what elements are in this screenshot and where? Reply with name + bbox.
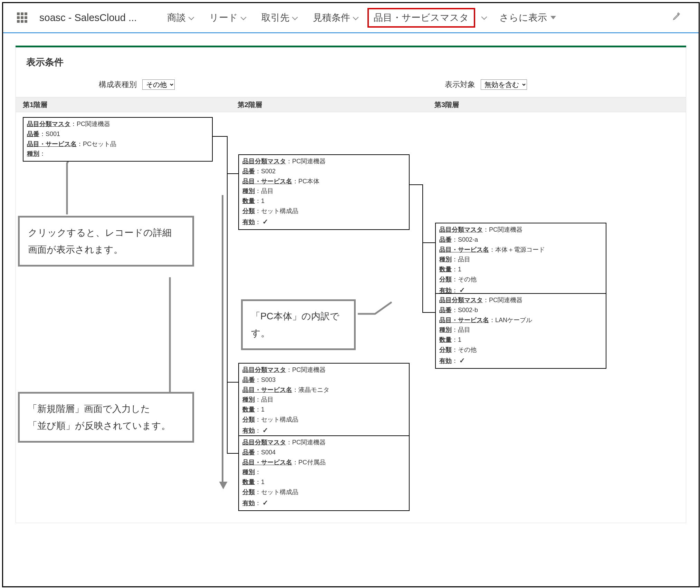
card-field-label: 品目分類マスタ [439,297,483,303]
filter-type-label: 構成表種別 [99,79,137,90]
card-field-label: 有効 [242,500,255,507]
card-field-label: 分類 [439,276,452,283]
card-field-value: PC関連機器 [292,158,326,165]
card-field-value: S004 [261,449,276,456]
card-field-value: PC関連機器 [292,366,326,373]
card-field-value: 品目 [458,326,470,333]
chevron-down-icon [241,11,246,25]
card-field-label: 数量 [439,336,452,343]
callout-breakdown: 「PC本体」の内訳です。 [241,299,356,350]
card-field-label: 分類 [439,346,452,353]
card-field-label: 品番 [242,449,255,456]
chevron-down-icon[interactable] [482,12,486,23]
card-field-value: PC関連機器 [489,297,522,303]
card-field-label: 品番 [27,131,39,137]
app-name: soasc - SalesCloud ... [39,10,137,26]
card-field-label: 分類 [242,489,255,495]
card-field-value: 1 [261,197,265,204]
card-field-value: 液晶モニタ [298,386,329,393]
card-field-label: 有効 [242,219,255,225]
card-field-label: 有効 [439,357,452,364]
check-icon [458,287,465,294]
card-field-label: 品番 [242,376,255,383]
hierarchy-card[interactable]: 品目分類マスタ：PC関連機器 品番：S002-a 品目・サービス名：本体＋電源コ… [435,223,606,298]
card-field-value: PCセット品 [83,141,116,147]
card-field-value: その他 [458,276,477,283]
card-field-value: PC本体 [298,178,319,185]
tree-area: 品目分類マスタ：PC関連機器 品番：S001 品目・サービス名：PCセット品 種… [16,112,686,502]
nav-item-lead[interactable]: リード [203,9,252,27]
card-field-value: セット構成品 [261,489,298,495]
card-field-label: 種別 [439,256,452,263]
check-icon [261,219,268,225]
card-field-value: 品目 [261,396,274,403]
card-field-label: 分類 [242,416,255,423]
card-field-label: 品目・サービス名 [242,459,292,466]
nav-item-opportunity[interactable]: 商談 [161,9,200,27]
card-field-label: 数量 [439,266,452,273]
card-field-label: 品目分類マスタ [439,226,483,233]
hierarchy-card[interactable]: 品目分類マスタ：PC関連機器 品番：S004 品目・サービス名：PC付属品 種別… [238,435,410,511]
nav-item-account[interactable]: 取引先 [255,9,303,27]
sort-arrow-line [222,195,223,482]
callout-sort-order: 「新規階層」画面で入力した 「並び順」が反映されています。 [18,392,194,443]
content-panel: 表示条件 構成表種別 その他 表示対象 無効を含む 第1階層 第2階層 第3階層 [16,47,686,523]
filter-target-select[interactable]: 無効を含む [481,79,527,90]
level-2-header: 第2階層 [238,99,434,110]
app-window: soasc - SalesCloud ... 商談 リード 取引先 見積条件 品… [2,2,700,587]
card-field-value: 1 [458,336,461,343]
card-field-value: セット構成品 [261,208,298,214]
card-field-value: S001 [46,131,60,137]
card-field-label: 種別 [27,150,39,157]
card-field-label: 有効 [242,427,255,434]
nav-label: さらに表示 [499,11,547,25]
card-field-label: 分類 [242,208,255,214]
hierarchy-card[interactable]: 品目分類マスタ：PC関連機器 品番：S001 品目・サービス名：PCセット品 種… [23,117,213,162]
card-field-value: PC関連機器 [292,439,326,446]
chevron-down-icon [189,11,193,25]
card-field-label: 数量 [242,197,255,204]
card-field-value: 1 [261,479,265,485]
level-1-header: 第1階層 [23,99,238,110]
hierarchy-card[interactable]: 品目分類マスタ：PC関連機器 品番：S002 品目・サービス名：PC本体 種別：… [238,154,410,230]
nav-label: リード [209,11,238,25]
card-field-label: 品番 [439,307,452,314]
nav-label: 品目・サービスマスタ [374,11,469,25]
level-header-row: 第1階層 第2階層 第3階層 [16,97,686,112]
card-field-label: 種別 [242,396,255,403]
card-field-value: S003 [261,376,276,383]
hierarchy-card[interactable]: 品目分類マスタ：PC関連機器 品番：S002-b 品目・サービス名：LANケーブ… [435,293,606,369]
card-field-label: 種別 [242,469,255,475]
card-field-label: 品目・サービス名 [242,386,292,393]
callout-detail: クリックすると、レコードの詳細 画面が表示されます。 [18,216,194,267]
nav-label: 見積条件 [313,11,350,25]
pencil-icon[interactable] [672,12,681,24]
filter-type-select[interactable]: その他 [142,79,175,90]
check-icon [261,427,268,434]
card-field-value: セット構成品 [261,416,298,423]
card-field-value: 品目 [261,187,274,194]
app-launcher-icon[interactable] [17,12,27,23]
triangle-down-icon [550,16,556,19]
nav-item-item-master[interactable]: 品目・サービスマスタ [367,8,475,28]
card-field-label: 品目分類マスタ [27,121,70,127]
check-icon [458,357,465,364]
card-field-label: 品目・サービス名 [242,178,292,185]
top-nav: soasc - SalesCloud ... 商談 リード 取引先 見積条件 品… [3,3,699,33]
card-field-label: 品目・サービス名 [27,141,77,147]
card-field-value: 品目 [458,256,470,263]
card-field-value: その他 [458,346,477,353]
card-field-value: PC関連機器 [77,121,110,127]
sort-arrow-head-icon [219,482,228,489]
card-field-value: S002 [261,168,276,175]
hierarchy-card[interactable]: 品目分類マスタ：PC関連機器 品番：S003 品目・サービス名：液晶モニタ 種別… [238,363,410,438]
filter-target-label: 表示対象 [445,79,475,90]
card-field-value: S002-a [458,236,478,243]
nav-item-quote[interactable]: 見積条件 [307,9,364,27]
card-field-label: 品目分類マスタ [242,366,286,373]
card-field-value: PC関連機器 [489,226,522,233]
card-field-label: 有効 [439,287,452,294]
filter-row: 構成表種別 その他 表示対象 無効を含む [16,75,686,97]
card-field-label: 数量 [242,406,255,413]
nav-item-more[interactable]: さらに表示 [493,9,562,27]
